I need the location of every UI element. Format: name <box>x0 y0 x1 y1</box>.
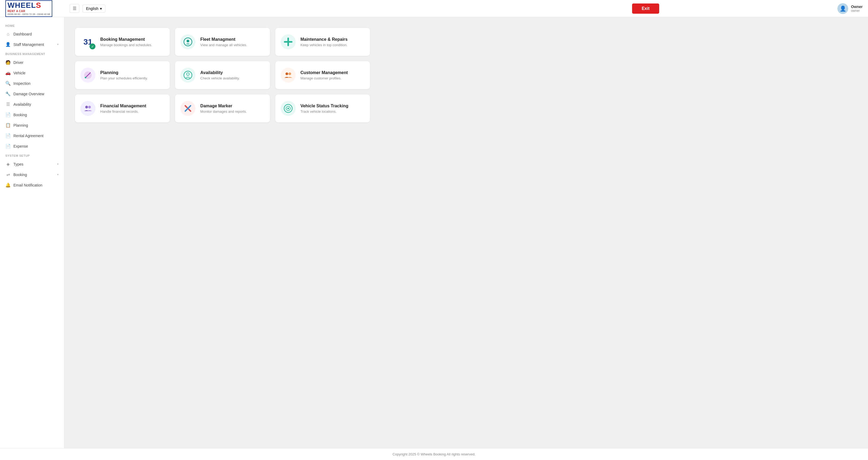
sidebar-label-expense: Expense <box>13 144 28 148</box>
svg-point-12 <box>88 106 91 109</box>
sidebar-item-damage-overview[interactable]: 🔧 Damage Overview <box>0 89 64 99</box>
sidebar-section-system: System Setup <box>0 151 64 159</box>
logo: WHEELS RENT A CAR 05/95 88 60 - 03/33 72… <box>5 0 52 17</box>
sidebar-label-email-notification: Email Notification <box>13 183 42 187</box>
sidebar-item-staff-management[interactable]: 👤 Staff Management ▾ <box>0 39 64 50</box>
inspection-icon: 🔍 <box>5 81 11 86</box>
sidebar-item-booking[interactable]: 📄 Booking <box>0 110 64 120</box>
sidebar-item-types[interactable]: ◈ Types ▾ <box>0 159 64 169</box>
logo-area: WHEELS RENT A CAR 05/95 88 60 - 03/33 72… <box>5 0 70 17</box>
logo-brand: WHEEL <box>7 2 36 9</box>
dashboard-grid: 31 ✓ Booking Management Manage bookings … <box>75 28 370 122</box>
card-financial-management[interactable]: Financial Management Handle financial re… <box>75 94 170 122</box>
card-customer-management[interactable]: Customer Management Manage customer prof… <box>275 61 370 89</box>
svg-point-9 <box>285 73 288 75</box>
hamburger-button[interactable]: ☰ <box>70 4 79 13</box>
sidebar-item-inspection[interactable]: 🔍 Inspection <box>0 78 64 89</box>
customer-icon <box>281 68 296 83</box>
main-content: 31 ✓ Booking Management Manage bookings … <box>64 17 868 448</box>
svg-rect-3 <box>284 41 292 43</box>
sidebar-label-planning: Planning <box>13 123 28 127</box>
staff-chevron-icon: ▾ <box>57 43 59 46</box>
card-desc-booking: Manage bookings and schedules. <box>100 43 152 47</box>
header-right: 👤 Owner owner <box>837 3 863 14</box>
maintenance-icon <box>281 34 296 49</box>
driver-icon: 🧑 <box>5 60 11 65</box>
staff-icon: 👤 <box>5 42 11 47</box>
sidebar-item-expense[interactable]: 📄 Expense <box>0 141 64 151</box>
card-title-financial: Financial Management <box>100 104 146 109</box>
header: WHEELS RENT A CAR 05/95 88 60 - 03/33 72… <box>0 0 868 17</box>
financial-icon <box>81 101 95 116</box>
header-left: ☰ English ▾ <box>70 4 454 13</box>
damage-icon <box>180 101 195 116</box>
card-title-damage: Damage Marker <box>200 104 247 109</box>
booking-setup-chevron-icon: ▾ <box>57 173 59 176</box>
sidebar-item-planning[interactable]: 📋 Planning <box>0 120 64 131</box>
card-title-customer: Customer Management <box>301 70 348 75</box>
sidebar-label-dashboard: Dashboard <box>13 32 32 36</box>
rental-icon: 📄 <box>5 133 11 138</box>
card-damage-marker[interactable]: Damage Marker Monitor damages and report… <box>175 94 270 122</box>
sidebar: Home ⌂ Dashboard 👤 Staff Management ▾ Bu… <box>0 17 64 448</box>
exit-button[interactable]: Exit <box>632 3 659 14</box>
booking-management-icon: 31 ✓ <box>81 34 95 49</box>
sidebar-label-types: Types <box>13 162 23 166</box>
planning-card-icon <box>81 68 95 83</box>
card-desc-vehicle-status: Track vehicle locations. <box>301 110 348 114</box>
booking-setup-icon: ⇌ <box>5 172 11 177</box>
card-desc-planning: Plan your schedules efficiently. <box>100 76 148 80</box>
card-maintenance[interactable]: Maintenance & Repairs Keep vehicles in t… <box>275 28 370 56</box>
avatar: 👤 <box>837 3 848 14</box>
svg-point-1 <box>187 40 189 42</box>
card-desc-fleet: View and manage all vehicles. <box>200 43 247 47</box>
sidebar-item-driver[interactable]: 🧑 Driver <box>0 57 64 68</box>
sidebar-label-inspection: Inspection <box>13 81 31 86</box>
card-planning[interactable]: Planning Plan your schedules efficiently… <box>75 61 170 89</box>
sidebar-item-booking-setup[interactable]: ⇌ Booking ▾ <box>0 169 64 180</box>
vehicle-icon: 🚗 <box>5 70 11 76</box>
expense-icon: 📄 <box>5 144 11 149</box>
sidebar-section-business: Business Management <box>0 50 64 57</box>
card-fleet-management[interactable]: Fleet Managment View and manage all vehi… <box>175 28 270 56</box>
damage-overview-icon: 🔧 <box>5 91 11 96</box>
svg-point-10 <box>288 73 291 75</box>
card-title-planning: Planning <box>100 70 148 75</box>
svg-point-17 <box>287 108 289 109</box>
language-selector[interactable]: English ▾ <box>83 5 105 12</box>
sidebar-section-home: Home <box>0 22 64 29</box>
card-vehicle-status[interactable]: Vehicle Status Tracking Track vehicle lo… <box>275 94 370 122</box>
fleet-icon <box>180 34 195 49</box>
dashboard-icon: ⌂ <box>5 32 11 36</box>
footer-text: Copyright 2025 © Wheels Booking All righ… <box>393 452 475 456</box>
card-desc-maintenance: Keep vehicles in top condition. <box>301 43 348 47</box>
card-desc-customer: Manage customer profiles. <box>301 76 348 80</box>
language-label: English <box>86 6 98 11</box>
sidebar-item-vehicle[interactable]: 🚗 Vehicle <box>0 68 64 78</box>
svg-point-8 <box>187 73 189 76</box>
planning-icon: 📋 <box>5 123 11 128</box>
card-desc-availability: Check vehicle availability. <box>200 76 240 80</box>
sidebar-item-dashboard[interactable]: ⌂ Dashboard <box>0 29 64 39</box>
vehicle-status-icon <box>281 101 296 116</box>
sidebar-item-rental-agreement[interactable]: 📄 Rental Agreement <box>0 131 64 141</box>
card-title-fleet: Fleet Managment <box>200 37 247 42</box>
sidebar-item-availability[interactable]: ☰ Availability <box>0 99 64 110</box>
availability-card-icon <box>180 68 195 83</box>
booking-check-icon: ✓ <box>90 44 95 49</box>
logo-phone: 05/95 88 60 - 03/33 72 28 - 03/49 40 68 <box>7 13 50 16</box>
sidebar-label-driver: Driver <box>13 60 23 65</box>
header-center: Exit <box>454 3 837 14</box>
sidebar-label-rental: Rental Agreement <box>13 134 43 138</box>
svg-point-11 <box>85 106 88 109</box>
card-availability[interactable]: Availability Check vehicle availability. <box>175 61 270 89</box>
language-dropdown-arrow: ▾ <box>100 6 102 11</box>
user-name: Owner <box>851 5 863 9</box>
sidebar-item-email-notification[interactable]: 🔔 Email Notification <box>0 180 64 190</box>
types-icon: ◈ <box>5 162 11 167</box>
card-title-availability: Availability <box>200 70 240 75</box>
booking-icon: 📄 <box>5 112 11 117</box>
logo-s: S <box>36 2 41 9</box>
svg-point-6 <box>85 77 86 78</box>
card-booking-management[interactable]: 31 ✓ Booking Management Manage bookings … <box>75 28 170 56</box>
